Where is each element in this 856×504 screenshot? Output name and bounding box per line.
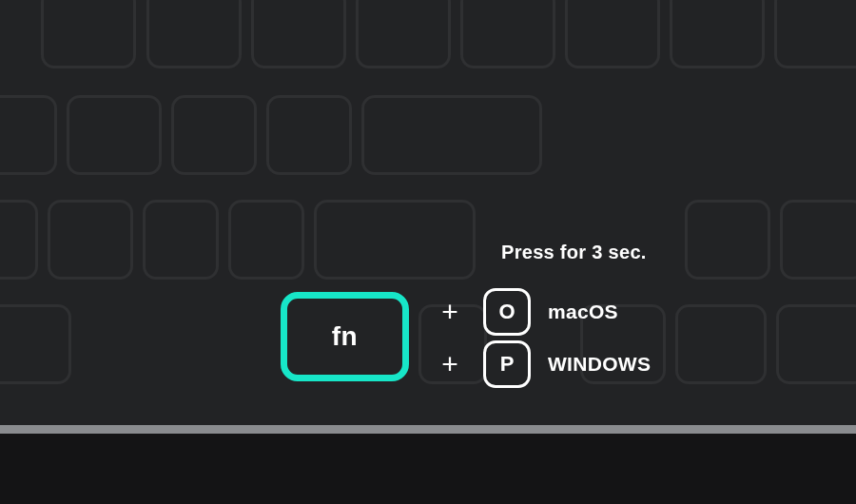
os-label-macos: macOS (548, 300, 618, 323)
fn-key-label: fn (332, 321, 358, 352)
background-key (565, 0, 660, 68)
background-key (685, 200, 770, 280)
background-key (228, 200, 304, 280)
plus-icon: + (434, 298, 466, 326)
background-key (143, 200, 219, 280)
background-key (0, 200, 38, 280)
background-key (67, 95, 162, 175)
background-key (146, 0, 242, 68)
key-p: P (483, 340, 531, 388)
background-key (460, 0, 555, 68)
background-key (361, 95, 542, 175)
background-key (41, 0, 136, 68)
combo-windows: + P WINDOWS (434, 340, 651, 388)
background-key (0, 304, 71, 384)
background-key (780, 200, 856, 280)
background-key (356, 0, 451, 68)
background-key (670, 0, 765, 68)
background-key (266, 95, 352, 175)
background-key (48, 200, 133, 280)
background-key (251, 0, 346, 68)
plus-icon: + (434, 350, 466, 378)
background-key (776, 304, 856, 384)
background-key (0, 95, 57, 175)
fn-key: fn (281, 292, 409, 381)
background-key (675, 304, 767, 384)
background-key (314, 200, 476, 280)
key-p-label: P (500, 352, 515, 377)
footer-area (0, 434, 856, 504)
background-key (774, 0, 856, 68)
separator-bar (0, 425, 856, 434)
combo-macos: + O macOS (434, 288, 618, 336)
os-label-windows: WINDOWS (548, 353, 651, 376)
key-o-label: O (498, 300, 515, 324)
instruction-text: Press for 3 sec. (501, 242, 647, 263)
key-o: O (483, 288, 531, 336)
background-key (171, 95, 257, 175)
keyboard-diagram: fn Press for 3 sec. + O macOS + P WINDOW… (0, 0, 856, 504)
